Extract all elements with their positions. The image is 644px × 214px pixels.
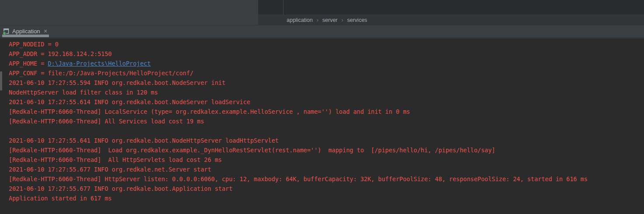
run-tool-window-tab-bar: Application ✕ [0,25,644,39]
console-line: Application started in 617 ms [9,193,644,203]
chevron-right-icon: › [342,17,343,23]
console-line: 2021-06-10 17:27:55.677 INFO org.redkale… [9,184,644,193]
breadcrumb-item-services[interactable]: services [347,17,367,23]
close-icon[interactable]: ✕ [44,28,48,34]
breadcrumb-bar: application›server›services [258,14,644,25]
console-line: [Redkale-HTTP:6060-Thread] LocalService … [9,107,644,116]
console-line: APP_ADDR = 192.168.124.2:5150 [9,49,644,59]
console-line: [Redkale-HTTP:6060-Thread] All Services … [9,116,644,126]
left-scrollbar-thumb[interactable] [0,71,2,91]
run-console-icon [3,28,10,35]
console-line: [Redkale-HTTP:6060-Thread] All HttpServl… [9,155,644,165]
console-line: 2021-06-10 17:27:55.594 INFO org.redkale… [9,78,644,88]
chevron-right-icon: › [317,17,319,23]
console-output[interactable]: APP_NODEID = 0APP_ADDR = 192.168.124.2:5… [0,39,644,214]
console-line: NodeHttpServer load filter class in 120 … [9,88,644,97]
console-line: [Redkale-HTTP:6060-Thread] HttpServer li… [9,174,644,184]
tab-application-label: Application [12,28,40,35]
console-line: [Redkale-HTTP:6060-Thread] Load org.redk… [9,145,644,155]
console-line: 2021-06-10 17:27:55.677 INFO org.redkale… [9,165,644,174]
console-line: 2021-06-10 17:27:55.641 INFO org.redkale… [9,136,644,145]
console-text: APP_HOME = [9,60,48,67]
top-left-panel [0,0,258,25]
ide-window: application›server›services Application … [0,0,644,214]
breadcrumb: application›server›services [287,17,367,23]
console-line [9,126,644,136]
breadcrumb-item-server[interactable]: server [322,17,338,23]
breadcrumb-item-application[interactable]: application [287,17,313,23]
console-line: APP_HOME = D:\Java-Projects\HelloProject [9,59,644,68]
editor-split-divider [283,0,284,14]
console-line: 2021-06-10 17:27:55.614 INFO org.redkale… [9,97,644,107]
console-line: APP_NODEID = 0 [9,39,644,49]
editor-top-strip [258,0,644,14]
console-line: APP_CONF = file:/D:/Java-Projects/HelloP… [9,68,644,78]
file-path-link[interactable]: D:\Java-Projects\HelloProject [48,60,151,67]
